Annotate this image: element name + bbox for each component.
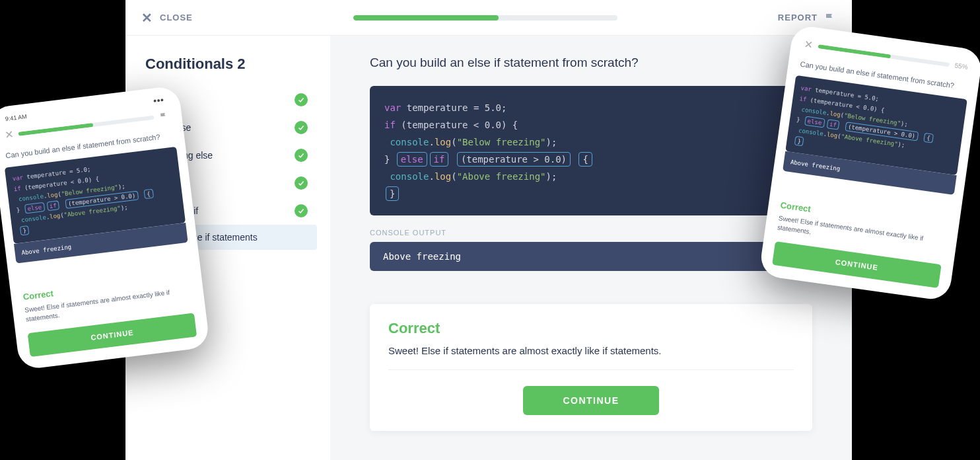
close-label: CLOSE (160, 13, 193, 22)
app-header: ✕ CLOSE REPORT (125, 0, 852, 36)
console-output: Above freezing (370, 242, 812, 271)
check-icon (295, 204, 308, 217)
phone-feedback: Correct Sweet! Else if statements are al… (20, 269, 200, 360)
check-icon (295, 176, 308, 190)
token-if[interactable]: if (430, 152, 449, 167)
close-icon[interactable]: ✕ (4, 128, 14, 141)
feedback-card: Correct Sweet! Else if statements are al… (370, 304, 812, 431)
token-close-brace[interactable]: } (20, 225, 30, 236)
check-icon (295, 93, 308, 106)
token-open-brace[interactable]: { (923, 133, 933, 143)
phone-mockup-right: ✕ 55% Can you build an else if statement… (759, 24, 980, 302)
question-text: Can you build an else if statement from … (370, 56, 812, 70)
progress-fill (353, 15, 499, 20)
token-else[interactable]: else (397, 152, 427, 167)
close-button[interactable]: ✕ CLOSE (141, 10, 193, 26)
progress-bar (353, 15, 617, 20)
phone-feedback: Correct Sweet! Else if statements are al… (769, 197, 950, 291)
token-close-brace[interactable]: } (386, 186, 399, 201)
code-block: var temperature = 5.0; if (temperature <… (370, 86, 812, 215)
token-close-brace[interactable]: } (794, 136, 804, 147)
phone-mockup-left: 9:41 AM ●●● ✕ Can you build an else if s… (0, 85, 210, 371)
check-icon (295, 121, 308, 134)
console-output-label: CONSOLE OUTPUT (370, 229, 812, 237)
report-label: REPORT (778, 13, 818, 22)
signal-icon: ●●● (153, 96, 164, 104)
token-open-brace[interactable]: { (578, 152, 592, 167)
token-open-brace[interactable]: { (144, 189, 154, 200)
close-icon: ✕ (141, 10, 153, 26)
feedback-text: Sweet! Else if statements are almost exa… (388, 345, 794, 370)
report-button[interactable]: REPORT (778, 12, 836, 24)
check-icon (295, 149, 308, 162)
token-condition[interactable]: (temperature > 0.0) (457, 152, 571, 167)
progress-percent-label: 55% (954, 61, 968, 71)
flag-icon (824, 12, 836, 24)
sidebar-title: Conditionals 2 (139, 56, 317, 73)
token-if[interactable]: if (46, 201, 59, 211)
token-if[interactable]: if (826, 120, 840, 130)
desktop-app-window: ✕ CLOSE REPORT Conditionals 2 1. ElseUsi… (125, 0, 852, 460)
phone-time: 9:41 AM (5, 113, 27, 122)
continue-button[interactable]: CONTINUE (523, 386, 658, 415)
content-area: Conditionals 2 1. ElseUsing elsePosition… (125, 36, 852, 460)
feedback-title: Correct (388, 320, 794, 337)
flag-icon[interactable] (158, 110, 169, 121)
close-icon[interactable]: ✕ (804, 38, 814, 52)
